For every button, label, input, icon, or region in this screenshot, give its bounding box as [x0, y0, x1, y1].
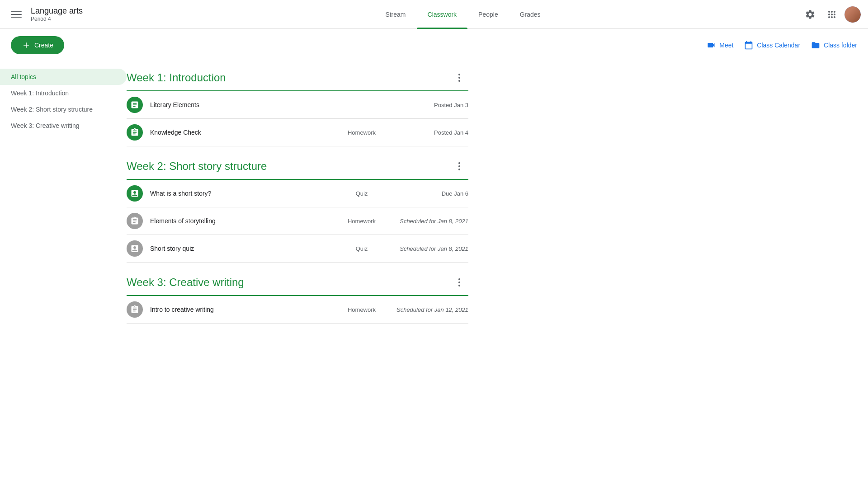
literary-elements-icon	[127, 97, 143, 113]
intro-creative-writing-row[interactable]: Intro to creative writing Homework Sched…	[127, 296, 468, 324]
week1-section: Week 1: Introduction Literary Elements P…	[127, 61, 468, 146]
svg-rect-0	[11, 11, 22, 12]
meet-link[interactable]: Meet	[707, 41, 733, 50]
week2-section: Week 2: Short story structure What is a …	[127, 150, 468, 263]
svg-point-5	[458, 80, 460, 82]
elements-storytelling-row[interactable]: Elements of storytelling Homework Schedu…	[127, 207, 468, 235]
header-left: Language arts Period 4	[7, 5, 125, 23]
header: Language arts Period 4 Stream Classwork …	[0, 0, 868, 29]
video-icon	[707, 41, 716, 50]
folder-link[interactable]: Class folder	[811, 41, 857, 50]
intro-creative-writing-icon	[127, 301, 143, 318]
quiz-icon	[130, 244, 139, 253]
week3-menu-button[interactable]	[450, 273, 468, 291]
short-story-quiz-row[interactable]: Short story quiz Quiz Scheduled for Jan …	[127, 235, 468, 263]
elements-storytelling-name: Elements of storytelling	[150, 217, 336, 225]
svg-point-4	[458, 77, 460, 79]
plus-icon	[22, 41, 31, 50]
elements-storytelling-type: Homework	[344, 218, 380, 225]
literary-elements-row[interactable]: Literary Elements Posted Jan 3	[127, 91, 468, 119]
knowledge-check-name: Knowledge Check	[150, 129, 336, 136]
more-vert-icon	[454, 277, 465, 288]
svg-point-8	[458, 169, 460, 170]
app-subtitle: Period 4	[31, 16, 83, 22]
calendar-link[interactable]: Class Calendar	[744, 41, 800, 50]
week1-header: Week 1: Introduction	[127, 61, 468, 91]
settings-button[interactable]	[801, 5, 819, 23]
more-vert-icon	[454, 161, 465, 172]
knowledge-check-type: Homework	[344, 129, 380, 136]
nav-classwork[interactable]: Classwork	[417, 0, 468, 29]
what-is-short-story-name: What is a short story?	[150, 190, 336, 197]
literary-elements-date: Posted Jan 3	[387, 102, 468, 108]
elements-storytelling-icon	[127, 213, 143, 229]
sidebar-item-all-topics[interactable]: All topics	[0, 69, 127, 85]
create-button[interactable]: Create	[11, 36, 64, 54]
svg-point-6	[458, 162, 460, 164]
week3-title: Week 3: Creative writing	[127, 276, 244, 289]
folder-icon	[811, 41, 820, 50]
nav-stream[interactable]: Stream	[374, 0, 416, 29]
week2-header: Week 2: Short story structure	[127, 150, 468, 180]
main-layout: All topics Week 1: Introduction Week 2: …	[0, 61, 868, 338]
svg-point-9	[458, 278, 460, 280]
main-nav: Stream Classwork People Grades	[125, 0, 801, 29]
knowledge-check-icon	[127, 124, 143, 141]
assignment-icon	[130, 216, 139, 225]
avatar[interactable]	[844, 6, 861, 23]
short-story-quiz-date: Scheduled for Jan 8, 2021	[387, 245, 468, 252]
more-vert-icon	[454, 72, 465, 83]
elements-storytelling-date: Scheduled for Jan 8, 2021	[387, 218, 468, 225]
app-title-main: Language arts	[31, 6, 83, 16]
week2-menu-button[interactable]	[450, 157, 468, 175]
what-is-short-story-icon	[127, 185, 143, 202]
knowledge-check-date: Posted Jan 4	[387, 129, 468, 136]
intro-creative-writing-type: Homework	[344, 306, 380, 313]
svg-rect-2	[11, 17, 22, 18]
svg-point-3	[458, 74, 460, 75]
toolbar-actions: Meet Class Calendar Class folder	[707, 41, 857, 50]
what-is-short-story-date: Due Jan 6	[387, 190, 468, 197]
svg-point-10	[458, 282, 460, 283]
header-right	[801, 5, 861, 23]
knowledge-check-row[interactable]: Knowledge Check Homework Posted Jan 4	[127, 119, 468, 146]
sidebar-item-week3[interactable]: Week 3: Creative writing	[0, 117, 127, 134]
app-title: Language arts Period 4	[31, 6, 83, 23]
content-area: Week 1: Introduction Literary Elements P…	[127, 61, 479, 338]
week1-title: Week 1: Introduction	[127, 71, 226, 84]
sidebar-item-week2[interactable]: Week 2: Short story structure	[0, 101, 127, 117]
week1-menu-button[interactable]	[450, 69, 468, 87]
calendar-icon	[744, 41, 753, 50]
literary-elements-name: Literary Elements	[150, 101, 336, 108]
material-icon	[130, 100, 139, 109]
intro-creative-writing-name: Intro to creative writing	[150, 306, 336, 313]
svg-point-11	[458, 285, 460, 286]
short-story-quiz-name: Short story quiz	[150, 245, 336, 252]
svg-rect-1	[11, 14, 22, 15]
sidebar: All topics Week 1: Introduction Week 2: …	[0, 61, 127, 338]
svg-point-7	[458, 165, 460, 167]
assignment-icon	[130, 128, 139, 137]
nav-people[interactable]: People	[467, 0, 509, 29]
short-story-quiz-type: Quiz	[344, 245, 380, 252]
week3-section: Week 3: Creative writing Intro to creati…	[127, 266, 468, 324]
apps-button[interactable]	[823, 5, 841, 23]
assignment-icon	[130, 305, 139, 314]
intro-creative-writing-date: Scheduled for Jan 12, 2021	[387, 306, 468, 313]
week2-title: Week 2: Short story structure	[127, 160, 267, 173]
short-story-quiz-icon	[127, 240, 143, 257]
nav-grades[interactable]: Grades	[509, 0, 552, 29]
week3-header: Week 3: Creative writing	[127, 266, 468, 296]
what-is-short-story-type: Quiz	[344, 190, 380, 197]
quiz-icon	[130, 189, 139, 198]
menu-icon[interactable]	[7, 5, 25, 23]
sidebar-item-week1[interactable]: Week 1: Introduction	[0, 85, 127, 101]
what-is-short-story-row[interactable]: What is a short story? Quiz Due Jan 6	[127, 180, 468, 207]
toolbar: Create Meet Class Calendar Class folder	[0, 29, 868, 61]
